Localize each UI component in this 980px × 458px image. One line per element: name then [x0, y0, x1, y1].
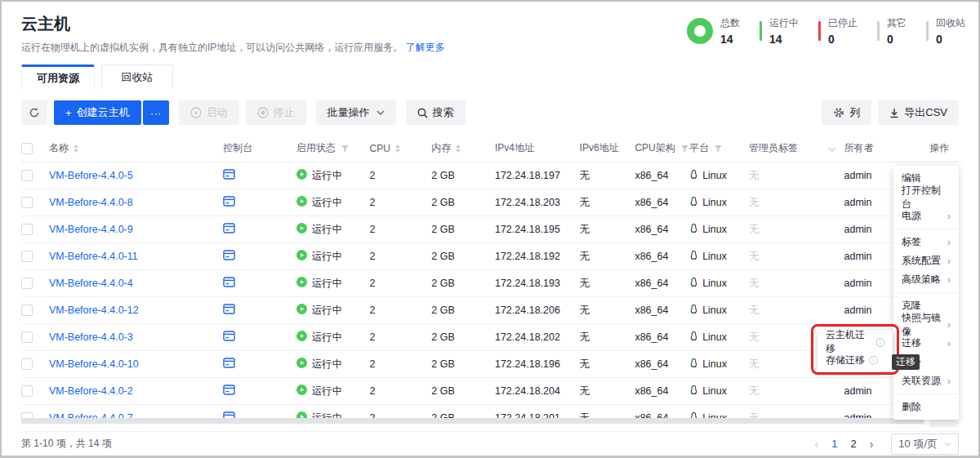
- vm-name-link[interactable]: VM-Before-4.4.0-9: [49, 224, 133, 235]
- create-vm-button[interactable]: + 创建云主机: [54, 100, 141, 125]
- row-checkbox[interactable]: [21, 331, 33, 343]
- linux-penguin-icon: [689, 250, 698, 263]
- collapse-column-icon[interactable]: [828, 143, 836, 154]
- status-running-icon: [296, 277, 307, 290]
- console-icon[interactable]: [223, 250, 235, 263]
- tab[interactable]: 回收站: [101, 64, 173, 89]
- menu-item-label: 打开控制台: [902, 184, 947, 211]
- menu-item-label: 系统配置: [902, 254, 941, 268]
- menu-item[interactable]: 高级策略 ›: [893, 270, 959, 289]
- row-checkbox[interactable]: [21, 224, 33, 235]
- stop-button[interactable]: 停止: [246, 100, 306, 125]
- vm-name-link[interactable]: VM-Before-4.4.0-8: [49, 197, 133, 208]
- table-body: VM-Before-4.4.0-5 运行中: [21, 162, 959, 432]
- menu-item[interactable]: 快照与镜像 ›: [893, 315, 959, 334]
- submenu-item[interactable]: 存储迁移 i: [817, 351, 893, 369]
- stop-label: 停止: [274, 105, 295, 120]
- columns-button[interactable]: 列: [822, 100, 871, 125]
- create-more-button[interactable]: ···: [143, 100, 169, 125]
- row-checkbox[interactable]: [21, 305, 33, 316]
- status-text: 运行中: [312, 331, 343, 345]
- linux-penguin-icon: [689, 304, 698, 317]
- page-number[interactable]: 1: [831, 438, 837, 450]
- vm-name-link[interactable]: VM-Before-4.4.0-2: [49, 385, 133, 397]
- vm-name-link[interactable]: VM-Before-4.4.0-12: [49, 305, 139, 316]
- horizontal-scrollbar[interactable]: [21, 418, 924, 424]
- admin-tag-value: 无: [749, 169, 760, 183]
- console-icon[interactable]: [223, 169, 235, 182]
- vm-name-link[interactable]: VM-Before-4.4.0-10: [49, 358, 139, 370]
- platform-value: Linux: [702, 170, 727, 181]
- vm-name-link[interactable]: VM-Before-4.4.0-3: [49, 331, 133, 343]
- admin-tag-value: 无: [749, 223, 760, 237]
- console-icon[interactable]: [223, 196, 235, 209]
- row-checkbox[interactable]: [21, 170, 33, 181]
- refresh-button[interactable]: [21, 100, 47, 125]
- sort-icon[interactable]: [74, 145, 78, 153]
- next-page-button[interactable]: ›: [870, 438, 874, 451]
- console-icon[interactable]: [223, 223, 235, 236]
- menu-item[interactable]: ›: [893, 394, 959, 394]
- table-row: VM-Before-4.4.0-12 运行中: [21, 297, 959, 324]
- prev-page-button[interactable]: ‹: [815, 438, 819, 451]
- vm-name-link[interactable]: VM-Before-4.4.0-11: [49, 251, 138, 262]
- filter-icon[interactable]: [341, 145, 350, 153]
- menu-item[interactable]: ›: [893, 229, 959, 229]
- tab[interactable]: 可用资源: [21, 64, 95, 89]
- page-number[interactable]: 2: [850, 438, 856, 450]
- status-running-icon: [296, 385, 307, 398]
- menu-item[interactable]: 系统配置 ›: [893, 251, 959, 270]
- cpu-value: 2: [370, 358, 376, 370]
- console-icon[interactable]: [223, 331, 235, 344]
- row-checkbox[interactable]: [21, 385, 33, 397]
- row-checkbox[interactable]: [21, 358, 33, 370]
- row-checkbox[interactable]: [21, 278, 33, 289]
- col-header-admin-tag: 管理员标签: [749, 141, 798, 155]
- sort-icon[interactable]: [456, 145, 461, 153]
- submenu-item[interactable]: 云主机迁移 i: [817, 333, 893, 351]
- console-icon[interactable]: [223, 358, 235, 371]
- vm-name-link[interactable]: VM-Before-4.4.0-4: [49, 278, 133, 289]
- learn-more-link[interactable]: 了解更多: [406, 42, 445, 53]
- menu-item[interactable]: 标签 ›: [893, 233, 959, 251]
- menu-item[interactable]: 关联资源 ›: [893, 371, 959, 390]
- start-button[interactable]: 启动: [179, 100, 239, 125]
- sort-icon[interactable]: [395, 145, 400, 153]
- row-checkbox[interactable]: [21, 197, 33, 208]
- search-icon: [417, 108, 428, 118]
- platform-value: Linux: [702, 224, 727, 235]
- search-button[interactable]: 搜索: [406, 100, 466, 125]
- row-checkbox[interactable]: [21, 251, 33, 262]
- select-all-checkbox[interactable]: [21, 143, 33, 154]
- admin-tag-value: 无: [749, 358, 760, 371]
- owner-value: admin: [844, 305, 872, 316]
- console-icon[interactable]: [223, 304, 235, 317]
- ipv4-value: 172.24.18.197: [495, 170, 560, 181]
- status-running-icon: [296, 358, 307, 371]
- console-icon[interactable]: [223, 277, 235, 290]
- table-row: VM-Before-4.4.0-9 运行中: [21, 216, 959, 243]
- ipv6-value: 无: [580, 331, 590, 345]
- col-header-memory[interactable]: 内存: [431, 141, 451, 155]
- memory-value: 2 GB: [431, 331, 455, 343]
- export-csv-button[interactable]: 导出CSV: [878, 100, 959, 125]
- chevron-down-icon: [944, 442, 951, 447]
- platform-value: Linux: [702, 331, 727, 343]
- menu-item[interactable]: 删除 ›: [893, 398, 959, 416]
- menu-item[interactable]: 打开控制台 ›: [893, 188, 959, 207]
- stat-color-bar: [760, 21, 762, 41]
- console-icon[interactable]: [223, 385, 235, 398]
- col-header-name[interactable]: 名称: [49, 141, 69, 155]
- admin-tag-value: 无: [749, 196, 760, 210]
- batch-actions-button[interactable]: 批量操作: [316, 100, 396, 125]
- cpu-value: 2: [370, 278, 376, 289]
- page-size-select[interactable]: 10 项/页: [891, 434, 959, 455]
- vm-name-link[interactable]: VM-Before-4.4.0-5: [49, 170, 133, 181]
- filter-icon[interactable]: [680, 145, 689, 153]
- col-header-cpu[interactable]: CPU: [370, 143, 390, 154]
- stop-circle-icon: [257, 107, 269, 118]
- pagination: ‹ 1 2 › 10 项/页: [815, 434, 960, 455]
- menu-item[interactable]: ›: [893, 292, 959, 293]
- filter-icon[interactable]: [714, 145, 723, 153]
- menu-item-label: 电源: [902, 209, 921, 223]
